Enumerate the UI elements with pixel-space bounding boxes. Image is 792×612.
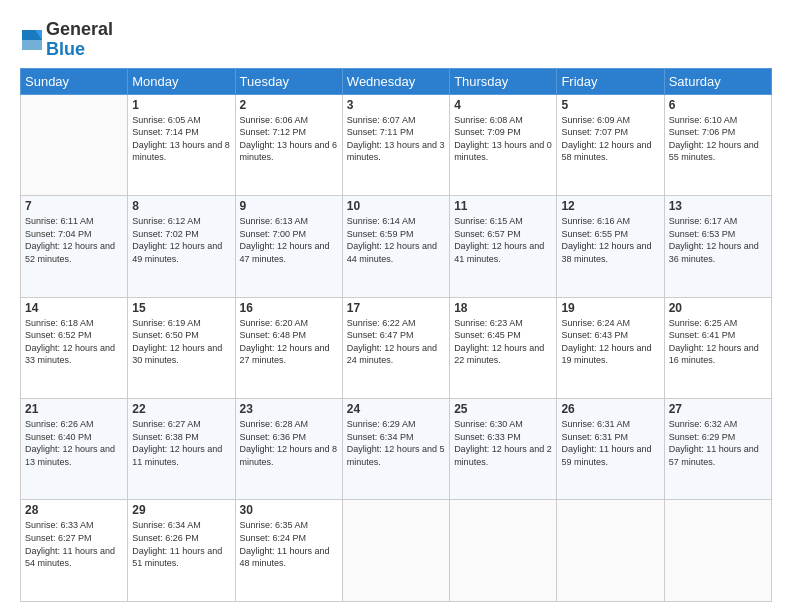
calendar-cell: 4Sunrise: 6:08 AMSunset: 7:09 PMDaylight… (450, 94, 557, 195)
day-number: 22 (132, 402, 230, 416)
sunset-label: Sunset: 7:02 PM (132, 229, 199, 239)
daylight-label: Daylight: 12 hours and 24 minutes. (347, 343, 437, 366)
calendar-cell: 3Sunrise: 6:07 AMSunset: 7:11 PMDaylight… (342, 94, 449, 195)
day-detail: Sunrise: 6:27 AMSunset: 6:38 PMDaylight:… (132, 418, 230, 468)
day-number: 13 (669, 199, 767, 213)
calendar-cell: 13Sunrise: 6:17 AMSunset: 6:53 PMDayligh… (664, 196, 771, 297)
sunset-label: Sunset: 6:27 PM (25, 533, 92, 543)
svg-rect-1 (22, 40, 42, 50)
sunrise-label: Sunrise: 6:30 AM (454, 419, 523, 429)
day-number: 18 (454, 301, 552, 315)
day-number: 3 (347, 98, 445, 112)
sunrise-label: Sunrise: 6:15 AM (454, 216, 523, 226)
sunrise-label: Sunrise: 6:08 AM (454, 115, 523, 125)
day-number: 27 (669, 402, 767, 416)
sunrise-label: Sunrise: 6:23 AM (454, 318, 523, 328)
day-detail: Sunrise: 6:15 AMSunset: 6:57 PMDaylight:… (454, 215, 552, 265)
day-number: 2 (240, 98, 338, 112)
day-detail: Sunrise: 6:34 AMSunset: 6:26 PMDaylight:… (132, 519, 230, 569)
day-detail: Sunrise: 6:11 AMSunset: 7:04 PMDaylight:… (25, 215, 123, 265)
daylight-label: Daylight: 12 hours and 58 minutes. (561, 140, 651, 163)
sunset-label: Sunset: 6:55 PM (561, 229, 628, 239)
sunset-label: Sunset: 6:53 PM (669, 229, 736, 239)
sunset-label: Sunset: 6:38 PM (132, 432, 199, 442)
day-detail: Sunrise: 6:28 AMSunset: 6:36 PMDaylight:… (240, 418, 338, 468)
week-row-2: 7Sunrise: 6:11 AMSunset: 7:04 PMDaylight… (21, 196, 772, 297)
day-detail: Sunrise: 6:19 AMSunset: 6:50 PMDaylight:… (132, 317, 230, 367)
daylight-label: Daylight: 12 hours and 5 minutes. (347, 444, 445, 467)
sunset-label: Sunset: 6:33 PM (454, 432, 521, 442)
day-number: 29 (132, 503, 230, 517)
sunrise-label: Sunrise: 6:24 AM (561, 318, 630, 328)
calendar-cell (21, 94, 128, 195)
day-number: 25 (454, 402, 552, 416)
daylight-label: Daylight: 11 hours and 51 minutes. (132, 546, 222, 569)
day-number: 16 (240, 301, 338, 315)
calendar-cell: 22Sunrise: 6:27 AMSunset: 6:38 PMDayligh… (128, 399, 235, 500)
sunrise-label: Sunrise: 6:19 AM (132, 318, 201, 328)
sunrise-label: Sunrise: 6:16 AM (561, 216, 630, 226)
day-number: 12 (561, 199, 659, 213)
sunrise-label: Sunrise: 6:32 AM (669, 419, 738, 429)
calendar-cell: 28Sunrise: 6:33 AMSunset: 6:27 PMDayligh… (21, 500, 128, 602)
day-number: 21 (25, 402, 123, 416)
daylight-label: Daylight: 12 hours and 8 minutes. (240, 444, 338, 467)
sunrise-label: Sunrise: 6:34 AM (132, 520, 201, 530)
day-number: 10 (347, 199, 445, 213)
week-row-3: 14Sunrise: 6:18 AMSunset: 6:52 PMDayligh… (21, 297, 772, 398)
day-detail: Sunrise: 6:35 AMSunset: 6:24 PMDaylight:… (240, 519, 338, 569)
day-number: 20 (669, 301, 767, 315)
sunset-label: Sunset: 6:34 PM (347, 432, 414, 442)
day-detail: Sunrise: 6:20 AMSunset: 6:48 PMDaylight:… (240, 317, 338, 367)
sunrise-label: Sunrise: 6:25 AM (669, 318, 738, 328)
day-number: 4 (454, 98, 552, 112)
day-number: 1 (132, 98, 230, 112)
calendar: SundayMondayTuesdayWednesdayThursdayFrid… (20, 68, 772, 602)
day-number: 19 (561, 301, 659, 315)
calendar-cell: 21Sunrise: 6:26 AMSunset: 6:40 PMDayligh… (21, 399, 128, 500)
sunset-label: Sunset: 6:41 PM (669, 330, 736, 340)
daylight-label: Daylight: 12 hours and 33 minutes. (25, 343, 115, 366)
daylight-label: Daylight: 12 hours and 2 minutes. (454, 444, 552, 467)
sunrise-label: Sunrise: 6:12 AM (132, 216, 201, 226)
sunset-label: Sunset: 6:59 PM (347, 229, 414, 239)
day-detail: Sunrise: 6:26 AMSunset: 6:40 PMDaylight:… (25, 418, 123, 468)
day-number: 14 (25, 301, 123, 315)
week-row-4: 21Sunrise: 6:26 AMSunset: 6:40 PMDayligh… (21, 399, 772, 500)
calendar-cell (342, 500, 449, 602)
sunrise-label: Sunrise: 6:18 AM (25, 318, 94, 328)
day-detail: Sunrise: 6:05 AMSunset: 7:14 PMDaylight:… (132, 114, 230, 164)
sunrise-label: Sunrise: 6:13 AM (240, 216, 309, 226)
header: General Blue (20, 15, 772, 60)
daylight-label: Daylight: 12 hours and 13 minutes. (25, 444, 115, 467)
sunset-label: Sunset: 6:45 PM (454, 330, 521, 340)
day-number: 11 (454, 199, 552, 213)
daylight-label: Daylight: 12 hours and 52 minutes. (25, 241, 115, 264)
calendar-cell: 25Sunrise: 6:30 AMSunset: 6:33 PMDayligh… (450, 399, 557, 500)
calendar-cell (557, 500, 664, 602)
calendar-cell: 23Sunrise: 6:28 AMSunset: 6:36 PMDayligh… (235, 399, 342, 500)
sunrise-label: Sunrise: 6:17 AM (669, 216, 738, 226)
week-row-5: 28Sunrise: 6:33 AMSunset: 6:27 PMDayligh… (21, 500, 772, 602)
calendar-cell: 1Sunrise: 6:05 AMSunset: 7:14 PMDaylight… (128, 94, 235, 195)
daylight-label: Daylight: 12 hours and 11 minutes. (132, 444, 222, 467)
day-number: 28 (25, 503, 123, 517)
sunset-label: Sunset: 6:52 PM (25, 330, 92, 340)
day-number: 26 (561, 402, 659, 416)
calendar-cell: 18Sunrise: 6:23 AMSunset: 6:45 PMDayligh… (450, 297, 557, 398)
sunrise-label: Sunrise: 6:11 AM (25, 216, 94, 226)
calendar-cell: 20Sunrise: 6:25 AMSunset: 6:41 PMDayligh… (664, 297, 771, 398)
calendar-cell: 15Sunrise: 6:19 AMSunset: 6:50 PMDayligh… (128, 297, 235, 398)
weekday-header-thursday: Thursday (450, 68, 557, 94)
logo: General Blue (20, 20, 113, 60)
day-detail: Sunrise: 6:17 AMSunset: 6:53 PMDaylight:… (669, 215, 767, 265)
day-detail: Sunrise: 6:24 AMSunset: 6:43 PMDaylight:… (561, 317, 659, 367)
daylight-label: Daylight: 12 hours and 55 minutes. (669, 140, 759, 163)
day-number: 7 (25, 199, 123, 213)
day-detail: Sunrise: 6:25 AMSunset: 6:41 PMDaylight:… (669, 317, 767, 367)
sunrise-label: Sunrise: 6:20 AM (240, 318, 309, 328)
calendar-cell: 11Sunrise: 6:15 AMSunset: 6:57 PMDayligh… (450, 196, 557, 297)
calendar-cell: 14Sunrise: 6:18 AMSunset: 6:52 PMDayligh… (21, 297, 128, 398)
sunset-label: Sunset: 7:11 PM (347, 127, 414, 137)
calendar-cell: 2Sunrise: 6:06 AMSunset: 7:12 PMDaylight… (235, 94, 342, 195)
